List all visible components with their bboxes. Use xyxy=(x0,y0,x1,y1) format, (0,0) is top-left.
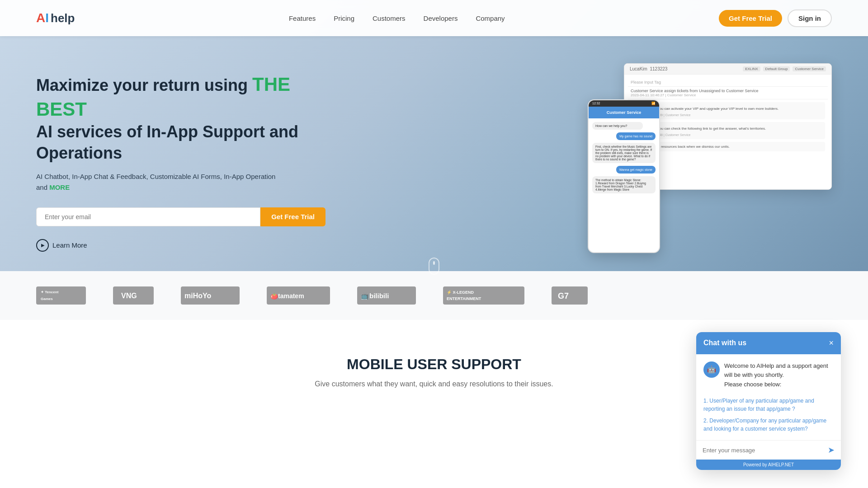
hero-right-mockups: LucaKim 1123223 EXLINX Default Group Cus… xyxy=(588,63,832,253)
mobile-status-bar: 12:32 📶 xyxy=(589,100,659,107)
svg-rect-14 xyxy=(552,286,588,305)
hero-headline-part1: Maximize your return using xyxy=(36,76,252,94)
chat-options: 1. User/Player of any particular app/gam… xyxy=(696,397,841,424)
nav-features[interactable]: Features xyxy=(289,14,316,22)
hero-subtext-main: AI Chatbot, In-App Chat & Feedback, Cust… xyxy=(36,173,275,180)
play-icon xyxy=(36,239,49,252)
logo-ai: AI xyxy=(36,11,49,25)
mobile-screen-mockup: 12:32 📶 Customer Service How can we help… xyxy=(588,99,660,253)
learn-more-button[interactable]: Learn More xyxy=(36,239,87,252)
mobile-chat-title: Customer Service xyxy=(607,110,642,115)
partner-tencent: ✦ Tencent Games xyxy=(36,285,86,306)
chat-option-1[interactable]: 1. User/Player of any particular app/gam… xyxy=(703,397,834,413)
desktop-user-info: LucaKim 1123223 xyxy=(630,66,667,71)
mobile-chat-body: How can we help you? My game has no soun… xyxy=(589,118,659,197)
partner-g7: G7 xyxy=(552,285,588,306)
mobile-user-msg1: My game has no sound xyxy=(616,132,656,140)
partner-xlegend: ⚡ X-LEGEND ENTERTAINMENT xyxy=(443,285,524,306)
desktop-tags: EXLINX Default Group Customer Service xyxy=(743,66,826,71)
partner-vng: VNG xyxy=(113,285,154,306)
nav-company[interactable]: Company xyxy=(476,14,505,22)
desktop-header: LucaKim 1123223 EXLINX Default Group Cus… xyxy=(624,64,831,75)
mobile-time: 12:32 xyxy=(592,102,600,105)
scroll-dot xyxy=(433,261,435,265)
partner-bilibili: 📺bilibili xyxy=(357,285,416,306)
mobile-bot-list: The method to obtain Magic Stone: 1.Rewa… xyxy=(592,176,656,193)
learn-more-label: Learn More xyxy=(52,241,87,249)
svg-text:miHoYo: miHoYo xyxy=(184,292,211,300)
logo-help-text: help xyxy=(51,11,75,25)
hero-email-row: Get Free Trial xyxy=(36,207,326,226)
mobile-chat-header: Customer Service xyxy=(589,107,659,118)
svg-text:Games: Games xyxy=(41,297,53,301)
nav-pricing[interactable]: Pricing xyxy=(334,14,354,22)
desktop-username: LucaKim xyxy=(630,66,647,71)
desktop-user-id: 1123223 xyxy=(650,66,667,71)
partner-tamatem: 🍅tamatem xyxy=(267,285,330,306)
chat-welcome-text: Welcome to AIHelp and a support agent wi… xyxy=(724,361,834,389)
mobile-support-desc: Give customers what they want, quick and… xyxy=(298,380,570,388)
sign-in-button[interactable]: Sign in xyxy=(788,9,832,27)
logo[interactable]: AI help xyxy=(36,11,75,25)
svg-rect-11 xyxy=(443,286,524,305)
desktop-placeholder-tag: Please Input Tag xyxy=(628,78,828,87)
hero-more-text: MORE xyxy=(49,183,70,191)
logo-i-letter: I xyxy=(45,11,49,25)
nav-developers[interactable]: Developers xyxy=(424,14,458,22)
chat-option-2[interactable]: 2. Developer/Company for any particular … xyxy=(703,417,834,424)
nav-actions: Get Free Trial Sign in xyxy=(719,9,832,27)
partner-mihoyo: miHoYo xyxy=(181,285,240,306)
svg-text:⚡ X-LEGEND: ⚡ X-LEGEND xyxy=(447,290,474,295)
mobile-user-msg2: Wanna get magic stone xyxy=(616,166,656,174)
tag-default-group: Default Group xyxy=(763,66,790,71)
mobile-bot-response: First, check whether the Music Settings … xyxy=(592,143,656,163)
mobile-signal: 📶 xyxy=(651,102,656,105)
hero-get-free-trial-button[interactable]: Get Free Trial xyxy=(260,207,326,226)
chat-widget-header: Chat with us × xyxy=(696,332,841,354)
hero-headline-part2: AI services of In-App Support and Operat… xyxy=(36,122,298,162)
bot-avatar: 🤖 xyxy=(703,361,720,378)
chat-widget-title: Chat with us xyxy=(703,339,746,347)
svg-text:🍅tamatem: 🍅tamatem xyxy=(270,292,304,300)
hero-section: Maximize your return using THE BEST AI s… xyxy=(0,0,868,320)
svg-text:G7: G7 xyxy=(558,291,569,300)
svg-rect-0 xyxy=(36,286,86,305)
tag-customer-service: Customer Service xyxy=(793,66,826,71)
email-input[interactable] xyxy=(36,207,260,226)
scroll-indicator xyxy=(429,258,439,275)
tag-exlinx: EXLINX xyxy=(743,66,760,71)
logo-a-letter: A xyxy=(36,11,45,25)
hero-headline: Maximize your return using THE BEST AI s… xyxy=(36,72,326,164)
svg-text:📺bilibili: 📺bilibili xyxy=(361,292,389,300)
mobile-bot-question: How can we help you? xyxy=(592,122,643,130)
svg-text:VNG: VNG xyxy=(121,292,137,300)
hero-left: Maximize your return using THE BEST AI s… xyxy=(36,63,326,252)
mobile-support-title-bold: MOBILE xyxy=(347,356,403,372)
get-free-trial-button[interactable]: Get Free Trial xyxy=(719,10,782,27)
navbar: AI help Features Pricing Customers Devel… xyxy=(0,0,868,36)
chat-close-button[interactable]: × xyxy=(829,338,834,348)
mobile-support-title-rest: USER SUPPORT xyxy=(403,356,521,372)
chat-bot-intro: 🤖 Welcome to AIHelp and a support agent … xyxy=(696,354,841,397)
nav-customers[interactable]: Customers xyxy=(373,14,406,22)
desktop-message1: Customer Service assign tickets from Una… xyxy=(628,87,828,99)
svg-text:ENTERTAINMENT: ENTERTAINMENT xyxy=(447,296,481,301)
partners-strip: ✦ Tencent Games VNG miHoYo 🍅tamatem xyxy=(0,271,868,320)
hero-subtext: AI Chatbot, In-App Chat & Feedback, Cust… xyxy=(36,171,326,193)
hero-content: Maximize your return using THE BEST AI s… xyxy=(0,36,868,271)
nav-links: Features Pricing Customers Developers Co… xyxy=(289,14,505,22)
chat-widget: Chat with us × 🤖 Welcome to AIHelp and a… xyxy=(696,332,841,424)
svg-text:✦ Tencent: ✦ Tencent xyxy=(41,290,59,294)
